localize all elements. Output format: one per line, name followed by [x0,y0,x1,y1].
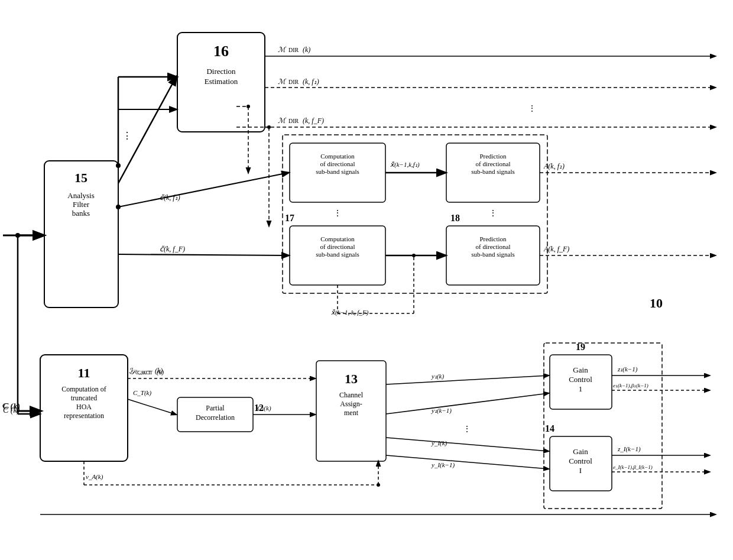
svg-text:y_I(k−1): y_I(k−1) [431,461,455,469]
svg-text:ℳ: ℳ [278,46,287,54]
svg-text:truncated: truncated [71,394,98,402]
svg-text:Control: Control [569,457,592,465]
svg-text:z₁(k−1): z₁(k−1) [617,365,638,373]
svg-text:DIR: DIR [288,47,299,53]
svg-text:Channel: Channel [339,391,364,399]
svg-text:⋮: ⋮ [114,235,122,244]
svg-text:Computation of: Computation of [61,385,106,393]
svg-text:Gain: Gain [573,365,588,374]
svg-text:(k, f_F): (k, f_F) [303,116,324,125]
diagram-container: 15 Analysis Filter banks 16 Direction Es… [0,0,733,560]
svg-text:I: I [579,466,582,475]
svg-text:DIR: DIR [288,79,299,85]
svg-text:15: 15 [74,170,87,185]
svg-text:ℳ: ℳ [278,116,287,125]
svg-text:ment: ment [344,409,359,417]
svg-text:11: 11 [78,365,90,380]
svg-text:⋮: ⋮ [489,209,497,218]
svg-text:⋮: ⋮ [122,131,132,141]
svg-text:Control: Control [569,375,592,384]
svg-text:⋮: ⋮ [528,104,536,113]
svg-text:sub-band signals: sub-band signals [316,251,359,258]
svg-text:representation: representation [64,412,104,420]
svg-text:Prediction: Prediction [479,235,507,242]
svg-text:of directional: of directional [476,160,511,167]
svg-text:Gain: Gain [573,447,588,456]
svg-text:Assign-: Assign- [340,400,362,408]
svg-text:C₁(k): C₁(k) [257,404,271,412]
svg-text:sub-band signals: sub-band signals [471,251,515,258]
svg-text:C (k): C (k) [3,402,20,412]
svg-text:y_I(k): y_I(k) [431,439,447,447]
svg-text:(k): (k) [303,46,310,54]
svg-text:e₁(k−1),β₁(k−1): e₁(k−1),β₁(k−1) [613,383,648,389]
svg-text:Filter: Filter [73,200,90,209]
svg-text:⋮: ⋮ [463,425,471,433]
svg-text:x̄̄(k−1,k,f₁): x̄̄(k−1,k,f₁) [390,161,420,169]
svg-text:(k, f₁): (k, f₁) [303,77,319,86]
svg-text:1: 1 [579,384,583,393]
svg-text:Estimation: Estimation [205,77,238,86]
svg-text:Computation: Computation [320,235,355,242]
svg-text:Decorrelation: Decorrelation [196,413,235,422]
svg-text:Computation: Computation [320,153,355,160]
svg-text:c̃(k, f₁): c̃(k, f₁) [160,193,180,202]
svg-text:18: 18 [450,213,460,223]
svg-text:Direction: Direction [206,67,236,76]
svg-text:c̃(k, f_F): c̃(k, f_F) [160,245,185,253]
svg-text:of directional: of directional [476,243,511,250]
svg-text:17: 17 [285,213,294,223]
svg-point-145 [412,254,416,257]
svg-text:y₁(k): y₁(k) [431,373,444,380]
svg-text:DIR: DIR [288,118,299,124]
svg-text:ℳ: ℳ [278,77,287,86]
svg-text:⋮: ⋮ [333,209,342,218]
svg-text:sub-band signals: sub-band signals [471,168,515,175]
svg-text:y₁(k−1): y₁(k−1) [431,407,452,415]
svg-text:C,ACT: C,ACT [135,370,151,376]
svg-point-77 [247,105,250,108]
svg-text:sub-band signals: sub-band signals [316,168,359,175]
svg-text:Partial: Partial [206,404,225,412]
svg-text:HOA: HOA [76,403,92,411]
svg-text:v_A(k): v_A(k) [86,473,103,481]
svg-text:C_T(k): C_T(k) [133,389,152,397]
svg-text:e_I(k−1),β_I(k−1): e_I(k−1),β_I(k−1) [613,464,653,470]
svg-text:z_I(k−1): z_I(k−1) [617,445,641,453]
svg-text:Prediction: Prediction [479,153,507,160]
svg-text:Analysis: Analysis [67,191,95,200]
svg-text:A(k, f₁): A(k, f₁) [543,162,565,170]
svg-point-67 [116,163,121,168]
svg-text:x̄̄(k−1, k, f_F): x̄̄(k−1, k, f_F) [331,309,369,316]
svg-text:(k): (k) [155,367,163,375]
svg-text:10: 10 [650,296,663,310]
svg-text:of directional: of directional [320,243,355,250]
svg-text:banks: banks [72,209,90,218]
svg-text:13: 13 [345,371,358,386]
svg-text:16: 16 [213,43,229,60]
svg-text:A(k, f_F): A(k, f_F) [543,245,569,253]
svg-point-118 [377,483,380,487]
svg-text:14: 14 [545,423,554,433]
svg-text:of directional: of directional [320,160,355,167]
